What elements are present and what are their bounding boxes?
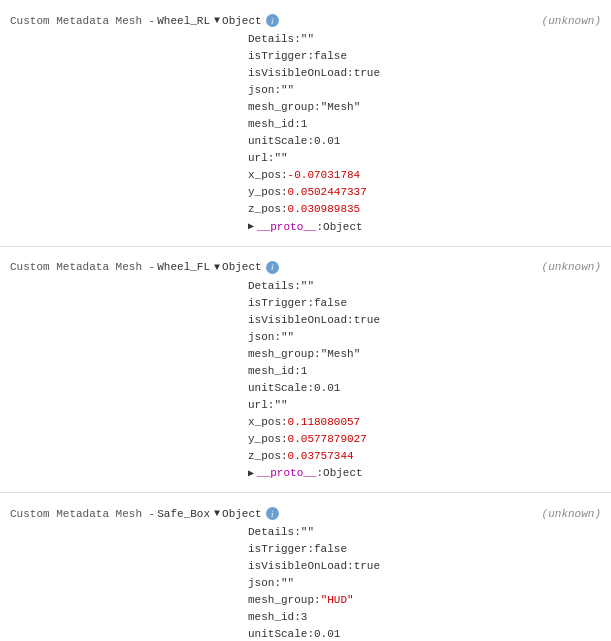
prop-value: "" [301, 31, 314, 48]
proto-colon: : [316, 219, 323, 236]
property-line: json: "" [248, 329, 611, 346]
property-line: unitScale: 0.01 [248, 380, 611, 397]
prop-key: mesh_group: [248, 592, 321, 609]
property-line: json: "" [248, 575, 611, 592]
info-icon[interactable]: i [266, 261, 279, 274]
prop-key: json: [248, 329, 281, 346]
prop-value: "" [281, 82, 294, 99]
prop-key: unitScale: [248, 133, 314, 150]
prop-key: url: [248, 397, 274, 414]
prop-value: 3 [301, 609, 308, 626]
property-line: y_pos: 0.0502447337 [248, 184, 611, 201]
info-icon[interactable]: i [266, 14, 279, 27]
prop-value: "" [281, 575, 294, 592]
prop-value: 0.03757344 [288, 448, 354, 465]
property-line: y_pos: 0.0577879027 [248, 431, 611, 448]
header-name: Safe_Box [157, 508, 210, 520]
collapse-arrow[interactable]: ▼ [214, 15, 220, 26]
proto-type: Object [323, 219, 363, 236]
property-line: mesh_id: 3 [248, 609, 611, 626]
property-line: mesh_id: 1 [248, 116, 611, 133]
proto-line: ▶__proto__: Object [248, 465, 611, 482]
property-line: Details: "" [248, 278, 611, 295]
proto-key: __proto__ [257, 219, 316, 236]
property-line: isVisibleOnLoad: true [248, 558, 611, 575]
prop-value: false [314, 541, 347, 558]
prop-key: json: [248, 82, 281, 99]
prop-key: mesh_id: [248, 116, 301, 133]
prop-value: "" [274, 397, 287, 414]
prop-value: "" [301, 524, 314, 541]
property-line: url: "" [248, 150, 611, 167]
prop-key: Details: [248, 524, 301, 541]
property-line: x_pos: 0.118080057 [248, 414, 611, 431]
section-header-wheel-fl: Custom Metadata Mesh - Wheel_FL ▼Objecti… [0, 255, 611, 278]
proto-arrow[interactable]: ▶ [248, 466, 254, 482]
prop-value: "Mesh" [321, 346, 361, 363]
collapse-arrow[interactable]: ▼ [214, 508, 220, 519]
prop-key: isVisibleOnLoad: [248, 65, 354, 82]
prop-key: mesh_id: [248, 609, 301, 626]
property-line: x_pos: -0.07031784 [248, 167, 611, 184]
property-line: unitScale: 0.01 [248, 626, 611, 641]
section-header-safe-box: Custom Metadata Mesh - Safe_Box ▼Objecti… [0, 501, 611, 524]
section-safe-box: Custom Metadata Mesh - Safe_Box ▼Objecti… [0, 493, 611, 641]
prop-key: isVisibleOnLoad: [248, 558, 354, 575]
type-label: Object [222, 261, 262, 273]
prop-key: unitScale: [248, 380, 314, 397]
proto-type: Object [323, 465, 363, 482]
property-line: url: "" [248, 397, 611, 414]
proto-colon: : [316, 465, 323, 482]
prop-key: Details: [248, 278, 301, 295]
prop-key: y_pos: [248, 184, 288, 201]
property-line: json: "" [248, 82, 611, 99]
section-wheel-rl: Custom Metadata Mesh - Wheel_RL ▼Objecti… [0, 0, 611, 247]
prop-key: isTrigger: [248, 295, 314, 312]
section-wheel-fl: Custom Metadata Mesh - Wheel_FL ▼Objecti… [0, 247, 611, 494]
page-container: Custom Metadata Mesh - Wheel_RL ▼Objecti… [0, 0, 611, 641]
property-line: mesh_group: "Mesh" [248, 346, 611, 363]
property-line: isVisibleOnLoad: true [248, 312, 611, 329]
property-line: unitScale: 0.01 [248, 133, 611, 150]
property-line: mesh_id: 1 [248, 363, 611, 380]
properties-wheel-rl: Details: ""isTrigger: falseisVisibleOnLo… [0, 31, 611, 236]
type-label: Object [222, 508, 262, 520]
prop-value: false [314, 48, 347, 65]
info-icon[interactable]: i [266, 507, 279, 520]
header-prefix: Custom Metadata Mesh - [10, 508, 155, 520]
type-label: Object [222, 15, 262, 27]
object-type-group: ▼Objecti [212, 261, 279, 274]
property-line: Details: "" [248, 524, 611, 541]
property-line: isTrigger: false [248, 295, 611, 312]
prop-key: x_pos: [248, 414, 288, 431]
unknown-label: (unknown) [542, 15, 601, 27]
prop-key: z_pos: [248, 448, 288, 465]
properties-safe-box: Details: ""isTrigger: falseisVisibleOnLo… [0, 524, 611, 641]
prop-key: y_pos: [248, 431, 288, 448]
property-line: Details: "" [248, 31, 611, 48]
proto-arrow[interactable]: ▶ [248, 219, 254, 235]
prop-value: "" [281, 329, 294, 346]
prop-key: mesh_group: [248, 346, 321, 363]
unknown-label: (unknown) [542, 261, 601, 273]
prop-key: Details: [248, 31, 301, 48]
prop-value: 0.01 [314, 133, 340, 150]
prop-key: z_pos: [248, 201, 288, 218]
header-prefix: Custom Metadata Mesh - [10, 15, 155, 27]
prop-key: x_pos: [248, 167, 288, 184]
prop-value: 0.118080057 [288, 414, 361, 431]
prop-value: true [354, 312, 380, 329]
properties-wheel-fl: Details: ""isTrigger: falseisVisibleOnLo… [0, 278, 611, 483]
proto-key: __proto__ [257, 465, 316, 482]
prop-value: 0.01 [314, 626, 340, 641]
header-prefix: Custom Metadata Mesh - [10, 261, 155, 273]
prop-value: "HUD" [321, 592, 354, 609]
prop-value: true [354, 558, 380, 575]
property-line: z_pos: 0.030989835 [248, 201, 611, 218]
property-line: isTrigger: false [248, 48, 611, 65]
prop-key: mesh_group: [248, 99, 321, 116]
prop-value: 0.030989835 [288, 201, 361, 218]
prop-value: "" [301, 278, 314, 295]
property-line: mesh_group: "Mesh" [248, 99, 611, 116]
collapse-arrow[interactable]: ▼ [214, 262, 220, 273]
